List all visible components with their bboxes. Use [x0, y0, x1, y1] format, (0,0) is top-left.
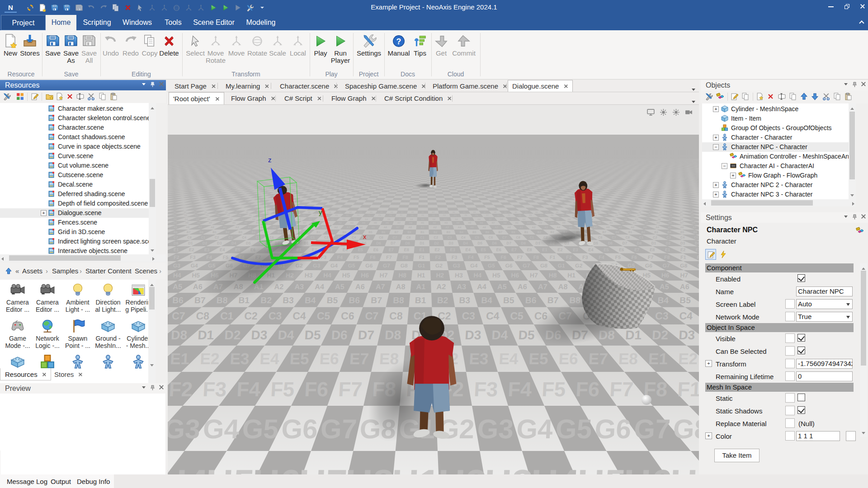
svg-text:z: z: [268, 156, 272, 164]
svg-text:y: y: [319, 208, 322, 216]
svg-text:x: x: [363, 233, 367, 240]
